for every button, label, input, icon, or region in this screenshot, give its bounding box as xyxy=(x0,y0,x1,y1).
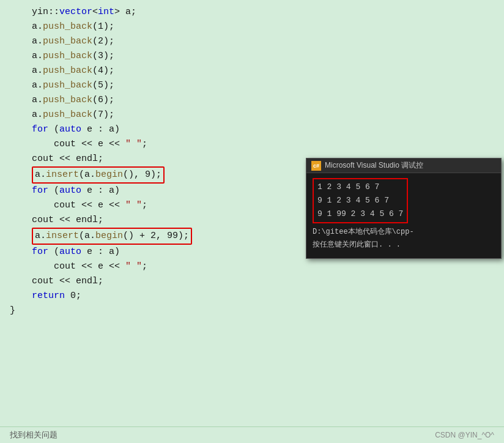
code-line: cout << e << " "; xyxy=(10,259,494,274)
code-line: a.push_back(1); xyxy=(10,20,494,34)
code-line: a.push_back(4); xyxy=(10,64,494,78)
code-line: a.push_back(5); xyxy=(10,78,494,93)
code-line: a.push_back(2); xyxy=(10,34,494,49)
terminal-title: Microsoft Visual Studio 调试控 xyxy=(325,160,423,171)
code-line: a.push_back(6); xyxy=(10,93,494,108)
bottom-right-text: CSDN @YIN_^O^ xyxy=(435,431,494,439)
footer-line-1: D:\gitee本地代码仓库\cpp- xyxy=(313,226,495,238)
output-line-1: 1 2 3 4 5 6 7 xyxy=(317,181,403,194)
terminal-body: 1 2 3 4 5 6 7 9 1 2 3 4 5 6 7 9 1 99 2 3… xyxy=(306,173,501,258)
code-line: for (auto e : a) xyxy=(10,122,494,137)
terminal-icon: c# xyxy=(311,161,321,171)
terminal-titlebar: c# Microsoft Visual Studio 调试控 xyxy=(306,158,501,173)
code-line-closing: } xyxy=(10,303,494,318)
output-line-2: 9 1 2 3 4 5 6 7 xyxy=(317,194,403,207)
bottom-left-text: 找到相关问题 xyxy=(10,430,57,441)
footer-line-2: 按任意键关闭此窗口. . . xyxy=(313,239,495,251)
output-box: 1 2 3 4 5 6 7 9 1 2 3 4 5 6 7 9 1 99 2 3… xyxy=(313,178,408,223)
code-line: return 0; xyxy=(10,289,494,303)
terminal-footer: D:\gitee本地代码仓库\cpp- 按任意键关闭此窗口. . . xyxy=(313,226,495,253)
code-line: cout << e << " "; xyxy=(10,137,494,152)
bottom-bar: 找到相关问题 CSDN @YIN_^O^ xyxy=(0,426,504,443)
code-line: cout << endl; xyxy=(10,274,494,289)
terminal-window: c# Microsoft Visual Studio 调试控 1 2 3 4 5… xyxy=(306,158,502,259)
code-line: a.push_back(3); xyxy=(10,49,494,64)
output-line-3: 9 1 99 2 3 4 5 6 7 xyxy=(317,207,403,221)
code-line: a.push_back(7); xyxy=(10,108,494,122)
code-line: yin::vector<int> a; xyxy=(10,5,494,20)
